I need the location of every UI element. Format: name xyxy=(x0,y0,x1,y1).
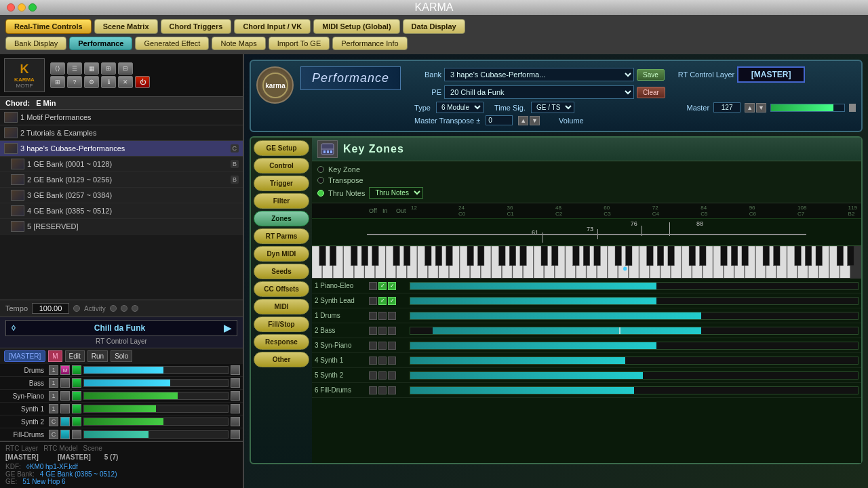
playlist-sub-3[interactable]: 3 GE Bank (0257 ~ 0384) xyxy=(0,188,243,203)
note-cb-off-3[interactable] xyxy=(369,312,377,320)
thru-notes-dropdown[interactable]: Thru Notes xyxy=(369,187,423,199)
playlist-item-3[interactable]: 3 hape's Cubase-Performances C xyxy=(0,141,243,157)
note-cb-out-1[interactable]: ✓ xyxy=(388,282,396,290)
tool-icon-x[interactable]: ✕ xyxy=(118,76,133,88)
note-cb-out-6[interactable] xyxy=(388,357,396,365)
tool-icon-2[interactable]: ☰ xyxy=(67,62,82,75)
rt-bass-m-btn[interactable] xyxy=(60,378,70,388)
rt-syn-piano-active-btn[interactable] xyxy=(72,391,81,401)
nav2-note-maps[interactable]: Note Maps xyxy=(212,37,265,50)
kz-btn-rt-parms[interactable]: RT Parms xyxy=(254,228,309,244)
time-sig-dropdown[interactable]: GE / TS xyxy=(531,102,574,113)
rt-bass-slider[interactable] xyxy=(83,379,229,387)
master-num-input[interactable] xyxy=(713,102,741,113)
playlist-sub-5[interactable]: 5 [RESERVED] xyxy=(0,219,243,235)
minimize-button[interactable] xyxy=(18,3,26,12)
tool-icon-gear[interactable]: ⚙ xyxy=(84,76,99,88)
note-cb-in-1[interactable]: ✓ xyxy=(378,282,387,290)
nav-data-display[interactable]: Data Display xyxy=(403,19,465,34)
nav2-performance[interactable]: Performance xyxy=(69,37,132,50)
note-cb-out-8[interactable] xyxy=(388,386,396,394)
note-cb-off-5[interactable] xyxy=(369,342,377,350)
note-cb-out-4[interactable] xyxy=(388,327,396,335)
kz-btn-control[interactable]: Control xyxy=(254,158,309,174)
rt-synth1-active-btn[interactable] xyxy=(72,404,81,413)
note-cb-off-7[interactable] xyxy=(369,371,377,380)
rt-drums-active-btn[interactable] xyxy=(72,365,81,375)
radio-thru-notes-dot[interactable] xyxy=(317,190,324,197)
master-up-btn[interactable]: ▲ xyxy=(745,103,755,113)
rt-synth1-extra[interactable] xyxy=(231,404,240,413)
rt-fill-drums-m-btn[interactable] xyxy=(60,430,70,439)
nav2-import-to-ge[interactable]: Import To GE xyxy=(269,37,330,50)
tool-icon-5[interactable]: ⊟ xyxy=(118,62,133,75)
rt-drums-m-btn[interactable]: M xyxy=(60,365,70,375)
maximize-button[interactable] xyxy=(28,3,37,12)
tool-icon-6[interactable]: ⊞ xyxy=(50,76,65,88)
rt-synth1-slider[interactable] xyxy=(83,405,229,413)
note-cb-in-8[interactable] xyxy=(378,386,387,394)
rt-edit-button[interactable]: Edit xyxy=(65,350,85,362)
rt-syn-piano-m-btn[interactable] xyxy=(60,391,70,401)
kz-btn-seeds[interactable]: Seeds xyxy=(254,264,309,279)
rt-syn-piano-extra[interactable] xyxy=(231,391,240,401)
nav-chord-triggers[interactable]: Chord Triggers xyxy=(161,19,232,34)
tool-icon-power[interactable]: ⏻ xyxy=(135,76,150,88)
playlist-sub-4[interactable]: 4 GE Bank (0385 ~ 0512) xyxy=(0,203,243,219)
close-button[interactable] xyxy=(7,3,15,12)
rt-synth2-active-btn[interactable] xyxy=(72,417,81,426)
note-cb-out-5[interactable] xyxy=(388,342,396,350)
radio-key-zone-dot[interactable] xyxy=(317,166,324,173)
clear-button[interactable]: Clear xyxy=(637,87,665,98)
nav-scene-matrix[interactable]: Scene Matrix xyxy=(94,19,158,34)
pattern-arrow-icon[interactable]: ▶ xyxy=(224,323,231,333)
note-cb-in-5[interactable] xyxy=(378,342,387,350)
note-cb-off-4[interactable] xyxy=(369,327,377,335)
rt-bass-active-btn[interactable] xyxy=(72,378,81,388)
nav2-bank-display[interactable]: Bank Display xyxy=(5,37,66,50)
playlist-item-1[interactable]: 1 Motif Performances xyxy=(0,110,243,125)
rt-syn-piano-slider[interactable] xyxy=(83,392,229,400)
type-dropdown[interactable]: 6 Module xyxy=(436,102,484,113)
bank-dropdown[interactable]: 3 hape's Cubase-Performa... xyxy=(444,68,634,81)
rt-synth2-m-btn[interactable] xyxy=(60,417,70,426)
playlist-sub-1[interactable]: 1 GE Bank (0001 ~ 0128) B xyxy=(0,157,243,172)
volume-handle[interactable] xyxy=(849,104,856,112)
rt-bass-extra[interactable] xyxy=(231,378,240,388)
note-cb-in-4[interactable] xyxy=(378,327,387,335)
note-cb-out-3[interactable] xyxy=(388,312,396,320)
note-cb-in-3[interactable] xyxy=(378,312,387,320)
kz-btn-ge-setup[interactable]: GE Setup xyxy=(254,140,309,156)
kz-btn-dyn-midi[interactable]: Dyn MIDI xyxy=(254,246,309,262)
nav-real-time-controls[interactable]: Real-Time Controls xyxy=(5,19,92,34)
kz-btn-midi[interactable]: MIDI xyxy=(254,299,309,314)
rt-fill-drums-active-btn[interactable] xyxy=(72,430,81,439)
kz-btn-other[interactable]: Other xyxy=(254,352,309,367)
note-cb-off-2[interactable] xyxy=(369,297,377,305)
rt-drums-extra[interactable] xyxy=(231,365,240,375)
note-cb-off-1[interactable] xyxy=(369,282,377,290)
playlist-sub-2[interactable]: 2 GE Bank (0129 ~ 0256) B xyxy=(0,172,243,188)
rt-m-button[interactable]: M xyxy=(48,350,62,362)
nav2-generated-effect[interactable]: Generated Effect xyxy=(135,37,209,50)
master-down-btn[interactable]: ▼ xyxy=(756,103,766,113)
tool-icon-info[interactable]: ℹ xyxy=(101,76,116,88)
note-cb-in-2[interactable]: ✓ xyxy=(378,297,387,305)
note-cb-off-8[interactable] xyxy=(369,386,377,394)
note-cb-in-7[interactable] xyxy=(378,371,387,380)
transpose-down-btn[interactable]: ▼ xyxy=(530,116,540,125)
playlist-item-2[interactable]: 2 Tutorials & Examples xyxy=(0,125,243,141)
rt-drums-slider[interactable] xyxy=(83,366,229,374)
nav2-performance-info[interactable]: Performance Info xyxy=(332,37,407,50)
save-button[interactable]: Save xyxy=(637,69,665,81)
tempo-input[interactable] xyxy=(32,303,69,314)
kz-btn-response[interactable]: Response xyxy=(254,334,309,350)
pe-dropdown[interactable]: 20 Chill da Funk xyxy=(444,85,634,99)
note-cb-out-7[interactable] xyxy=(388,371,396,380)
note-cb-off-6[interactable] xyxy=(369,357,377,365)
note-cb-in-6[interactable] xyxy=(378,357,387,365)
kz-btn-zones[interactable]: Zones xyxy=(254,211,309,226)
rt-run-button[interactable]: Run xyxy=(87,350,108,362)
tool-icon-1[interactable]: ⟨⟩ xyxy=(50,62,65,75)
transpose-up-btn[interactable]: ▲ xyxy=(518,116,528,125)
